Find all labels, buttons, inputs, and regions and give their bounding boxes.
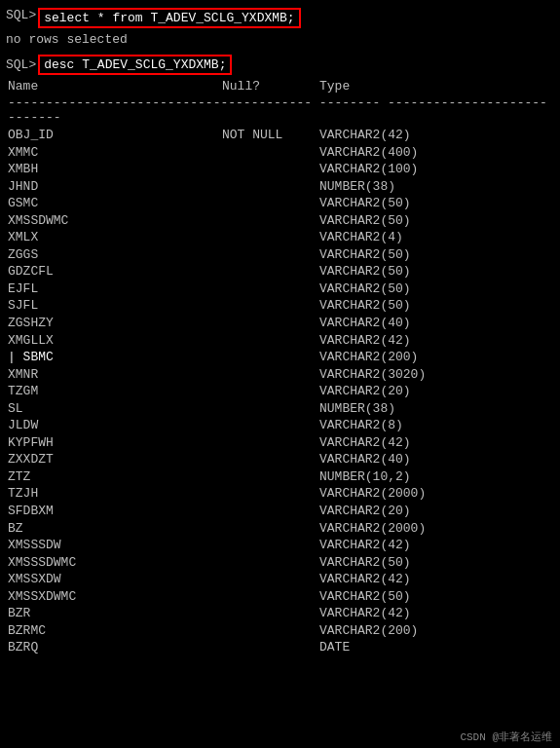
col-name: | SBMC	[8, 349, 222, 366]
col-name: XMLX	[8, 229, 222, 246]
col-null	[222, 144, 319, 162]
col-null	[222, 212, 319, 230]
table-row: TZGMVARCHAR2(20)	[6, 383, 554, 400]
col-null	[222, 297, 319, 315]
col-null	[222, 639, 319, 656]
col-name: XMNR	[8, 366, 222, 384]
table-row: XMNRVARCHAR2(3020)	[6, 366, 554, 384]
col-type: VARCHAR2(42)	[319, 605, 554, 622]
col-null	[222, 195, 319, 212]
table-header: Name Null? Type	[6, 79, 554, 94]
col-type: VARCHAR2(50)	[319, 246, 554, 264]
col-name: BZRQ	[8, 639, 222, 656]
col-name: JHND	[8, 178, 222, 196]
table-row: XMSSSDWMCVARCHAR2(50)	[6, 554, 554, 572]
table-row: XMSSSDWVARCHAR2(42)	[6, 537, 554, 554]
col-name: XMMC	[8, 144, 222, 162]
col-type: VARCHAR2(42)	[319, 537, 554, 554]
table-row: EJFLVARCHAR2(50)	[6, 280, 554, 298]
table-row: JLDWVARCHAR2(8)	[6, 417, 554, 434]
prompt-2: SQL>	[6, 57, 36, 72]
col-null	[222, 434, 319, 452]
col-null	[222, 280, 319, 298]
table-row: XMGLLXVARCHAR2(42)	[6, 332, 554, 350]
col-type: VARCHAR2(4)	[319, 229, 554, 246]
col-type: VARCHAR2(2000)	[319, 520, 554, 538]
col-type: VARCHAR2(42)	[319, 571, 554, 588]
col-null	[222, 571, 319, 588]
col-type: VARCHAR2(42)	[319, 434, 554, 452]
table-row: GSMCVARCHAR2(50)	[6, 195, 554, 212]
col-type: VARCHAR2(200)	[319, 622, 554, 640]
table-row: XMBHVARCHAR2(100)	[6, 161, 554, 178]
col-type: VARCHAR2(200)	[319, 349, 554, 366]
table-row: XMMCVARCHAR2(400)	[6, 144, 554, 162]
table-divider: ----------------------------------------…	[6, 95, 554, 125]
col-name: SFDBXM	[8, 503, 222, 520]
col-type: VARCHAR2(20)	[319, 503, 554, 520]
col-name: ZTZ	[8, 468, 222, 486]
col-type: VARCHAR2(50)	[319, 212, 554, 230]
col-name: TZGM	[8, 383, 222, 400]
col-type: VARCHAR2(50)	[319, 297, 554, 315]
col-name: XMSSSDWMC	[8, 554, 222, 572]
table-rows-container: OBJ_IDNOT NULLVARCHAR2(42) XMMCVARCHAR2(…	[6, 127, 554, 656]
col-null	[222, 178, 319, 196]
col-type: VARCHAR2(42)	[319, 332, 554, 350]
col-type: DATE	[319, 639, 554, 656]
col-name: TZJH	[8, 485, 222, 503]
table-row: ZGSHZYVARCHAR2(40)	[6, 315, 554, 332]
col-name: XMBH	[8, 161, 222, 178]
table-row: SLNUMBER(38)	[6, 400, 554, 418]
col-name: EJFL	[8, 280, 222, 298]
col-type: VARCHAR2(8)	[319, 417, 554, 434]
col-null	[222, 554, 319, 572]
col-name: XMSSXDW	[8, 571, 222, 588]
col-name: ZGGS	[8, 246, 222, 264]
col-name: XMSSXDWMC	[8, 588, 222, 606]
col-null	[222, 246, 319, 264]
col-type: VARCHAR2(50)	[319, 588, 554, 606]
col-null	[222, 383, 319, 400]
table-row: BZVARCHAR2(2000)	[6, 520, 554, 538]
col-header-type: Type	[319, 79, 554, 94]
col-name: BZRMC	[8, 622, 222, 640]
col-name: GDZCFL	[8, 263, 222, 280]
col-null	[222, 451, 319, 468]
col-null	[222, 503, 319, 520]
col-type: NUMBER(38)	[319, 178, 554, 196]
table-row: BZRVARCHAR2(42)	[6, 605, 554, 622]
col-name: XMSSDWMC	[8, 212, 222, 230]
table-row: BZRMCVARCHAR2(200)	[6, 622, 554, 640]
col-null	[222, 588, 319, 606]
col-null	[222, 622, 319, 640]
col-type: VARCHAR2(3020)	[319, 366, 554, 384]
col-null	[222, 366, 319, 384]
col-null: NOT NULL	[222, 127, 319, 144]
no-rows-message: no rows selected	[6, 32, 554, 47]
terminal-window: SQL> select * from T_ADEV_SCLG_YXDXMB; n…	[0, 0, 560, 664]
table-row: OBJ_IDNOT NULLVARCHAR2(42)	[6, 127, 554, 144]
col-null	[222, 605, 319, 622]
col-name: SL	[8, 400, 222, 418]
col-type: VARCHAR2(42)	[319, 127, 554, 144]
col-null	[222, 485, 319, 503]
col-null	[222, 400, 319, 418]
col-name: BZR	[8, 605, 222, 622]
col-null	[222, 520, 319, 538]
sql-command-1: select * from T_ADEV_SCLG_YXDXMB;	[38, 8, 300, 28]
col-type: VARCHAR2(40)	[319, 315, 554, 332]
col-type: NUMBER(38)	[319, 400, 554, 418]
col-null	[222, 315, 319, 332]
col-type: VARCHAR2(50)	[319, 195, 554, 212]
col-null	[222, 468, 319, 486]
table-row: SJFLVARCHAR2(50)	[6, 297, 554, 315]
sql-command-2: desc T_ADEV_SCLG_YXDXMB;	[38, 55, 232, 75]
col-null	[222, 161, 319, 178]
col-name: BZ	[8, 520, 222, 538]
table-row: ZXXDZTVARCHAR2(40)	[6, 451, 554, 468]
col-type: VARCHAR2(2000)	[319, 485, 554, 503]
col-name: ZXXDZT	[8, 451, 222, 468]
table-row: SFDBXMVARCHAR2(20)	[6, 503, 554, 520]
col-null	[222, 263, 319, 280]
